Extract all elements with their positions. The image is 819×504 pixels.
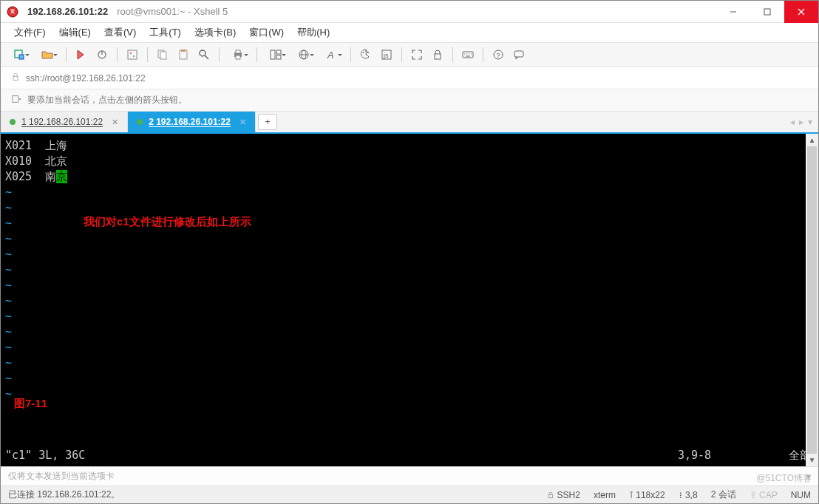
menu-help[interactable]: 帮助(H) (291, 24, 336, 41)
scroll-thumb[interactable] (807, 146, 817, 454)
svg-point-10 (130, 52, 132, 54)
svg-rect-44 (549, 494, 553, 497)
svg-text:?: ? (497, 52, 500, 59)
svg-rect-2 (764, 9, 770, 15)
svg-text:A: A (327, 50, 334, 61)
svg-rect-19 (236, 50, 240, 53)
scroll-up-icon[interactable]: ▴ (806, 134, 818, 146)
layout-button[interactable] (263, 46, 288, 64)
feedback-button[interactable] (510, 46, 528, 64)
annotation-text: 我们对c1文件进行修改后如上所示 (84, 214, 251, 229)
copy-button[interactable] (154, 46, 171, 64)
svg-point-28 (363, 52, 364, 53)
minimize-button[interactable] (716, 1, 750, 23)
menu-tools[interactable]: 工具(T) (143, 24, 187, 41)
print-button[interactable] (225, 46, 251, 64)
status-sessions: 2 会话 (711, 488, 736, 501)
reconnect-button[interactable] (72, 46, 90, 64)
encoding-button[interactable] (291, 46, 316, 64)
toolbar: A js ? (1, 42, 818, 67)
maximize-button[interactable] (750, 1, 784, 23)
infobar: 要添加当前会话，点击左侧的箭头按钮。 (1, 89, 818, 112)
close-button[interactable] (784, 1, 818, 23)
separator (350, 47, 351, 62)
tab-list-icon[interactable]: ▾ (808, 117, 812, 127)
tab-next-icon[interactable]: ▸ (799, 117, 803, 127)
status-size: ⊺ 118x22 (629, 490, 665, 500)
keyboard-button[interactable] (459, 46, 477, 64)
properties-button[interactable] (123, 46, 141, 64)
terminal-tilde: ~ (5, 324, 818, 340)
input-dropdown-icon[interactable]: ▾ (806, 471, 811, 482)
lock-button[interactable] (429, 46, 446, 64)
svg-rect-13 (160, 52, 166, 59)
close-icon[interactable]: ✕ (112, 118, 118, 127)
open-button[interactable] (35, 46, 60, 64)
svg-point-11 (133, 55, 135, 57)
svg-rect-21 (271, 50, 275, 59)
terminal-tilde: ~ (5, 278, 818, 293)
app-icon (7, 6, 18, 18)
session-tab-2[interactable]: 2 192.168.26.101:22 ✕ (128, 112, 256, 132)
status-dot-icon (137, 119, 143, 125)
menu-window[interactable]: 窗口(W) (243, 24, 290, 41)
separator (147, 47, 148, 62)
svg-rect-22 (276, 50, 281, 54)
disconnect-button[interactable] (93, 46, 111, 64)
terminal-tilde: ~ (5, 185, 818, 200)
terminal-tilde: ~ (5, 262, 818, 278)
add-session-arrow-icon[interactable] (11, 94, 21, 106)
terminal[interactable]: X021 上海 X010 北京 X025 南京 ~ ~ ~ ~ ~ ~ ~ ~ … (1, 134, 818, 466)
menu-view[interactable]: 查看(V) (98, 24, 142, 41)
terminal-tilde: ~ (5, 386, 818, 402)
status-term: xterm (594, 490, 616, 500)
font-button[interactable]: A (319, 46, 344, 64)
terminal-cursor: 京 (56, 170, 67, 183)
status-cursor: ⫶ 3,8 (679, 490, 698, 500)
tabbar: 1 192.168.26.101:22 ✕ 2 192.168.26.101:2… (1, 112, 818, 134)
terminal-tilde: ~ (5, 231, 818, 247)
vim-file-info: "c1" 3L, 36C (5, 448, 678, 463)
menu-edit[interactable]: 编辑(E) (53, 24, 97, 41)
add-tab-button[interactable]: + (258, 114, 277, 130)
new-session-button[interactable] (7, 46, 32, 64)
session-tab-1[interactable]: 1 192.168.26.101:22 ✕ (1, 112, 128, 132)
terminal-tilde: ~ (5, 371, 818, 386)
help-button[interactable]: ? (489, 46, 507, 64)
window-title: 192.168.26.101:22 (27, 6, 108, 17)
terminal-tilde: ~ (5, 293, 818, 309)
status-num: NUM (791, 490, 811, 500)
svg-text:js: js (383, 52, 389, 59)
terminal-line: X021 上海 (5, 138, 818, 154)
find-button[interactable] (195, 46, 213, 64)
addressbar: ssh://root@192.168.26.101:22 (1, 67, 818, 89)
address-url[interactable]: ssh://root@192.168.26.101:22 (26, 73, 808, 84)
vim-scroll-pos: 全部 (767, 448, 811, 463)
menubar: 文件(F) 编辑(E) 查看(V) 工具(T) 选项卡(B) 窗口(W) 帮助(… (1, 23, 818, 42)
close-icon[interactable]: ✕ (239, 118, 246, 127)
paste-button[interactable] (174, 46, 192, 64)
separator (452, 47, 453, 62)
terminal-tilde: ~ (5, 247, 818, 262)
svg-line-17 (205, 55, 208, 59)
menu-tabs[interactable]: 选项卡(B) (188, 24, 242, 41)
menu-file[interactable]: 文件(F) (8, 24, 52, 41)
separator (483, 47, 483, 62)
svg-rect-23 (276, 55, 281, 59)
fullscreen-button[interactable] (408, 46, 426, 64)
command-input-bar[interactable]: 仅将文本发送到当前选项卡 ▾ (1, 466, 818, 486)
color-button[interactable] (357, 46, 375, 64)
separator (117, 47, 118, 62)
scroll-down-icon[interactable]: ▾ (806, 454, 818, 466)
svg-rect-6 (19, 55, 24, 59)
tab-prev-icon[interactable]: ◂ (790, 117, 795, 127)
svg-rect-15 (181, 50, 186, 52)
svg-rect-43 (13, 76, 18, 80)
svg-point-29 (365, 50, 367, 52)
vim-statusline: "c1" 3L, 36C 3,9-8 全部 (5, 448, 811, 463)
svg-rect-20 (236, 55, 240, 59)
terminal-tilde: ~ (5, 309, 818, 324)
scrollbar[interactable]: ▴ ▾ (806, 134, 818, 466)
status-cap: ⇪ CAP (750, 490, 778, 500)
script-button[interactable]: js (378, 46, 395, 64)
